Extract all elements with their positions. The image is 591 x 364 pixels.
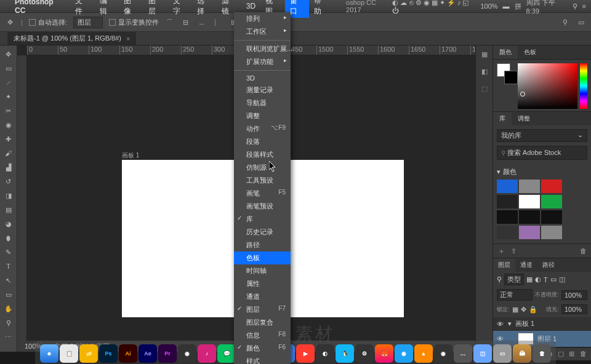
align-bottom-icon[interactable]: ⎵	[197, 17, 207, 27]
color-swatch[interactable]	[519, 210, 540, 224]
more-tools[interactable]: ⋯	[2, 331, 15, 343]
menu-item[interactable]: 历史记录	[234, 226, 291, 239]
properties-panel-icon[interactable]: ◧	[478, 65, 491, 77]
menu-help[interactable]: 帮助	[309, 0, 334, 18]
dock-qq[interactable]: 🐧	[336, 344, 354, 363]
hand-tool[interactable]: ✋	[2, 303, 15, 315]
menu-item[interactable]: 通道	[234, 290, 291, 303]
color-swatch[interactable]	[541, 180, 562, 193]
lock-pixels-icon[interactable]: ▦	[512, 306, 518, 314]
filter-adj-icon[interactable]: ◐	[535, 275, 541, 283]
menu-item[interactable]: 导航器	[234, 97, 291, 109]
app-name[interactable]: Photoshop CC	[10, 0, 70, 16]
filter-type-icon[interactable]: T	[544, 276, 548, 283]
color-swatch[interactable]	[497, 180, 518, 193]
menu-item[interactable]: 排列	[234, 12, 291, 25]
tab-layers[interactable]: 图层	[493, 258, 515, 272]
menu-image[interactable]: 图像	[119, 0, 143, 18]
color-swatch[interactable]	[541, 210, 562, 224]
group-icon[interactable]: ▢	[558, 350, 566, 358]
stamp-tool[interactable]: ▟	[2, 161, 15, 173]
artboard-row[interactable]: 👁 ▾ 画板 1	[493, 317, 591, 331]
filter-shape-icon[interactable]: ▭	[550, 275, 557, 283]
library-select[interactable]: 我的库⌄	[497, 129, 587, 142]
menu-file[interactable]: 文件	[70, 0, 95, 18]
menu-item[interactable]: 库	[234, 213, 291, 226]
autoselect-dropdown[interactable]: 图层	[73, 17, 103, 28]
dock-app[interactable]: …	[454, 344, 472, 363]
dock-app[interactable]: 📁	[79, 344, 98, 363]
menu-item[interactable]: 扩展功能	[234, 55, 291, 68]
close-tab-icon[interactable]: ×	[126, 35, 130, 42]
styles-panel-icon[interactable]: ⬚	[478, 82, 491, 95]
workspace-icon[interactable]: ▭	[576, 17, 586, 27]
menu-item[interactable]: 联机浏览扩展...	[234, 42, 291, 55]
color-field[interactable]	[518, 63, 577, 109]
color-swatch[interactable]	[497, 195, 518, 208]
zoom-tool[interactable]: ⚲	[2, 317, 15, 329]
dock-app[interactable]: ▶	[296, 344, 315, 363]
menu-item[interactable]: 仿制源	[234, 161, 291, 174]
menu-select[interactable]: 选择	[192, 0, 217, 18]
dock-trash[interactable]: 🗑	[533, 344, 551, 363]
menu-item[interactable]: 3D	[234, 73, 291, 84]
color-swatch[interactable]	[497, 226, 518, 239]
dock-illustrator[interactable]: Ai	[119, 344, 137, 363]
dock-app[interactable]: ▭	[493, 344, 512, 363]
menu-item[interactable]: 工具预设	[234, 174, 291, 187]
brush-tool[interactable]: 🖌	[2, 147, 15, 159]
menu-layer[interactable]: 图层	[143, 0, 168, 18]
blur-tool[interactable]: ◕	[2, 218, 15, 230]
align-top-icon[interactable]: ⎴	[165, 17, 175, 27]
align-left-icon[interactable]: ⎸	[213, 17, 223, 27]
dock-app[interactable]: 🏔	[513, 344, 531, 363]
document-tab[interactable]: 未标题-1 @ 100% (图层 1, RGB/8#) ×	[7, 32, 136, 45]
shape-tool[interactable]: ▭	[2, 288, 15, 301]
hue-slider[interactable]	[580, 63, 587, 109]
menu-item[interactable]: 图层复合	[234, 316, 291, 329]
search-icon[interactable]: ⚲	[560, 17, 570, 27]
dock-app[interactable]: ♪	[198, 344, 216, 363]
dock-aftereffects[interactable]: Ae	[139, 344, 157, 363]
menu-type[interactable]: 文字	[168, 0, 193, 18]
menu-item[interactable]: 工作区	[234, 25, 291, 38]
align-vcenter-icon[interactable]: ⊟	[181, 17, 191, 27]
menu-item[interactable]: 段落样式	[234, 148, 291, 161]
type-tool[interactable]: T	[2, 260, 15, 272]
background-color[interactable]	[504, 71, 518, 84]
dodge-tool[interactable]: ⬮	[2, 232, 15, 244]
share-icon[interactable]: ⇪	[509, 247, 518, 255]
path-tool[interactable]: ↖	[2, 274, 15, 287]
dock-obs[interactable]: ◉	[434, 344, 452, 363]
delete-icon[interactable]: 🗑	[580, 350, 589, 358]
lock-position-icon[interactable]: ✥	[521, 306, 526, 314]
menu-item[interactable]: 颜色	[234, 342, 291, 355]
transform-checkbox[interactable]	[109, 19, 116, 26]
tab-paths[interactable]: 路径	[537, 258, 560, 272]
visibility-icon[interactable]: 👁	[497, 320, 504, 328]
tab-color[interactable]: 颜色	[493, 46, 518, 59]
color-swatch[interactable]	[497, 210, 518, 224]
history-brush-tool[interactable]: ↺	[2, 175, 15, 188]
dock-app[interactable]: ⚙	[355, 344, 374, 363]
color-swatch[interactable]	[519, 226, 540, 239]
menu-item[interactable]: 路径	[234, 239, 291, 251]
kind-filter-icon[interactable]: ⚲	[497, 275, 502, 283]
artboard-label[interactable]: 画板 1	[122, 151, 139, 160]
menu-item[interactable]: 段落	[234, 135, 291, 148]
notification-icon[interactable]: ≡	[582, 2, 586, 10]
menu-item[interactable]: 画笔	[234, 187, 291, 200]
blend-mode-select[interactable]: 正常	[497, 289, 533, 301]
search-icon[interactable]: ⚲	[573, 2, 577, 10]
trash-icon[interactable]: 🗑	[579, 247, 587, 255]
menu-3d[interactable]: 3D	[241, 1, 260, 12]
dock-app[interactable]: ◉	[395, 344, 413, 363]
menu-item[interactable]: 色板	[234, 251, 291, 264]
menu-item[interactable]: 时间轴	[234, 264, 291, 277]
menu-edit[interactable]: 编辑	[95, 0, 119, 18]
history-panel-icon[interactable]: ▦	[478, 48, 491, 60]
menu-item[interactable]: 图层	[234, 303, 291, 316]
eraser-tool[interactable]: ◨	[2, 189, 15, 202]
dock-app[interactable]: 📋	[60, 344, 78, 363]
new-layer-icon[interactable]: ⊞	[569, 350, 577, 358]
